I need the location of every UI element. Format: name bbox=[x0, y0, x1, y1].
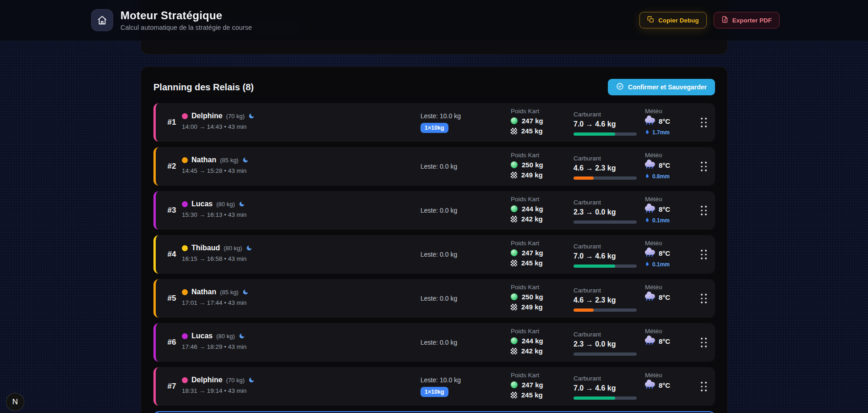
stint-time: 15:30 → 16:13 • 43 min bbox=[182, 211, 246, 218]
kart-weight-start: 250 kg bbox=[522, 293, 543, 301]
fuel-progress-track bbox=[573, 176, 637, 180]
rain-cloud-icon bbox=[645, 382, 655, 389]
temperature-value: 8°C bbox=[659, 205, 670, 213]
stint-time: 18:31 → 19:14 • 43 min bbox=[182, 387, 255, 394]
drag-handle-icon[interactable] bbox=[699, 336, 709, 349]
kart-weight-end: 249 kg bbox=[521, 171, 543, 179]
drag-handle-icon[interactable] bbox=[699, 160, 709, 173]
night-moon-icon bbox=[246, 245, 252, 251]
temperature-value: 8°C bbox=[659, 249, 670, 257]
stint-number: #6 bbox=[162, 323, 181, 362]
ballast-block: Leste: 10.0 kg 1×10kg bbox=[420, 103, 461, 142]
kart-weight-end: 245 kg bbox=[521, 127, 543, 135]
fuel-range: 4.6 → 2.3 kg bbox=[573, 296, 637, 304]
weather-header: Météo bbox=[645, 328, 670, 335]
kart-weight-block: Poids Kart 250 kg 249 kg bbox=[511, 284, 543, 311]
home-icon[interactable] bbox=[91, 9, 113, 31]
nextjs-dev-badge[interactable]: N bbox=[6, 393, 24, 411]
fuel-range: 7.0 → 4.6 kg bbox=[573, 252, 637, 260]
drag-handle-icon[interactable] bbox=[699, 380, 709, 393]
kart-weight-block: Poids Kart 244 kg 242 kg bbox=[511, 196, 543, 223]
fuel-progress-track bbox=[573, 396, 637, 400]
page-title: Moteur Stratégique bbox=[120, 9, 252, 22]
weather-block: Météo 8°C bbox=[645, 372, 670, 389]
fuel-block: Carburant 7.0 → 4.6 kg bbox=[573, 243, 637, 268]
fuel-progress-fill bbox=[573, 176, 594, 180]
fuel-progress-track bbox=[573, 308, 637, 312]
ballast-block: Leste: 0.0 kg bbox=[420, 191, 457, 230]
ballast-value: Leste: 0.0 kg bbox=[420, 251, 457, 258]
night-moon-icon bbox=[239, 201, 245, 207]
weather-header: Météo bbox=[645, 108, 670, 115]
drag-handle-icon[interactable] bbox=[699, 116, 709, 129]
copy-icon bbox=[647, 16, 654, 24]
rain-cloud-icon bbox=[645, 206, 655, 213]
drag-handle-icon[interactable] bbox=[699, 248, 709, 261]
drag-handle-icon[interactable] bbox=[699, 292, 709, 305]
stint-number: #4 bbox=[162, 235, 181, 274]
stint-number: #2 bbox=[162, 147, 181, 186]
drag-handle-icon[interactable] bbox=[699, 204, 709, 217]
ballast-value: Leste: 0.0 kg bbox=[420, 295, 457, 302]
ballast-block: Leste: 10.0 kg 1×10kg bbox=[420, 367, 461, 406]
relay-planning-card: Planning des Relais (8) Confirmer et Sau… bbox=[141, 66, 728, 413]
ballast-badge: 1×10kg bbox=[420, 387, 448, 397]
temperature-value: 8°C bbox=[659, 337, 670, 345]
kart-weight-start: 244 kg bbox=[522, 205, 543, 213]
fuel-range: 2.3 → 0.0 kg bbox=[573, 208, 637, 216]
kart-weight-start-icon bbox=[511, 117, 518, 124]
ballast-value: Leste: 10.0 kg bbox=[420, 112, 461, 120]
driver-name: Delphine bbox=[191, 112, 223, 120]
rain-amount: 0.1mm bbox=[652, 261, 670, 268]
driver-name: Delphine bbox=[191, 376, 223, 384]
kart-weight-start: 247 kg bbox=[522, 249, 543, 257]
kart-weight-start-icon bbox=[511, 293, 518, 300]
copy-debug-button[interactable]: Copier Debug bbox=[639, 12, 707, 28]
stint-row: #4 Thibaud (80 kg) 16:15 → 16:58 • 43 mi… bbox=[153, 235, 715, 274]
stint-time: 14:00 → 14:43 • 43 min bbox=[182, 123, 255, 130]
temperature-value: 8°C bbox=[659, 161, 670, 169]
confirm-save-button[interactable]: Confirmer et Sauvegarder bbox=[608, 79, 715, 95]
weather-header: Météo bbox=[645, 284, 670, 291]
weather-block: Météo 8°C 1.7mm bbox=[645, 108, 670, 137]
driver-block: Nathan (85 kg) 17:01 → 17:44 • 43 min bbox=[182, 288, 249, 306]
fuel-header: Carburant bbox=[573, 243, 637, 250]
stint-row: #3 Lucas (80 kg) 15:30 → 16:13 • 43 min … bbox=[153, 191, 715, 230]
temperature-value: 8°C bbox=[659, 117, 670, 125]
driver-weight: (80 kg) bbox=[224, 245, 242, 252]
fuel-block: Carburant 4.6 → 2.3 kg bbox=[573, 155, 637, 180]
fuel-progress-track bbox=[573, 264, 637, 268]
driver-name: Lucas bbox=[191, 332, 213, 340]
driver-weight: (85 kg) bbox=[220, 157, 238, 164]
page-subtitle: Calcul automatique de la stratégie de co… bbox=[120, 24, 252, 31]
droplet-icon bbox=[645, 216, 650, 225]
export-pdf-button[interactable]: Exporter PDF bbox=[714, 12, 780, 28]
stint-number: #1 bbox=[162, 103, 181, 142]
fuel-progress-fill bbox=[573, 308, 594, 312]
stint-number: #5 bbox=[162, 279, 181, 318]
fuel-block: Carburant 7.0 → 4.6 kg bbox=[573, 375, 637, 400]
stint-number: #3 bbox=[162, 191, 181, 230]
stint-row: #1 Delphine (70 kg) 14:00 → 14:43 • 43 m… bbox=[153, 103, 715, 142]
checkered-flag-icon bbox=[511, 260, 517, 266]
fuel-block: Carburant 2.3 → 0.0 kg bbox=[573, 331, 637, 356]
driver-color-dot bbox=[182, 113, 188, 119]
stint-list: #1 Delphine (70 kg) 14:00 → 14:43 • 43 m… bbox=[153, 103, 715, 413]
file-icon bbox=[721, 16, 728, 24]
app-header: Moteur Stratégique Calcul automatique de… bbox=[0, 0, 868, 41]
fuel-progress-fill bbox=[573, 132, 615, 136]
kart-weight-start-icon bbox=[511, 381, 518, 388]
kart-weight-header: Poids Kart bbox=[511, 240, 543, 247]
driver-name: Nathan bbox=[191, 156, 216, 164]
weather-header: Météo bbox=[645, 372, 670, 379]
kart-weight-block: Poids Kart 250 kg 249 kg bbox=[511, 152, 543, 179]
fuel-range: 4.6 → 2.3 kg bbox=[573, 164, 637, 172]
kart-weight-header: Poids Kart bbox=[511, 196, 543, 203]
ballast-value: Leste: 0.0 kg bbox=[420, 339, 457, 346]
kart-weight-start-icon bbox=[511, 161, 518, 168]
weather-block: Météo 8°C 0.1mm bbox=[645, 196, 670, 225]
kart-weight-block: Poids Kart 247 kg 245 kg bbox=[511, 108, 543, 135]
weather-block: Météo 8°C 0.1mm bbox=[645, 240, 670, 269]
fuel-range: 2.3 → 0.0 kg bbox=[573, 340, 637, 348]
kart-weight-header: Poids Kart bbox=[511, 284, 543, 291]
